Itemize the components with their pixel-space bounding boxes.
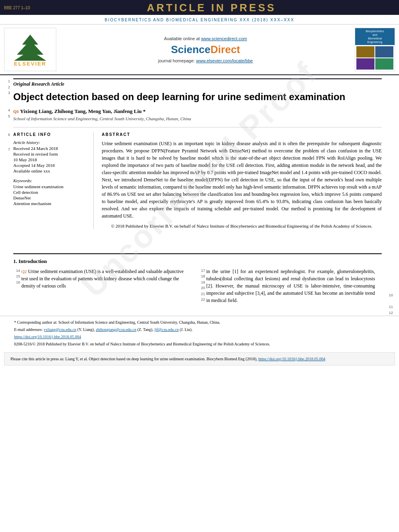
introduction-section: 1. Introduction 14 15 16: [13, 253, 382, 304]
citation-doi-link[interactable]: https://doi.org/10.1016/j.bbe.2018.05.00…: [258, 357, 325, 361]
email2-link[interactable]: zhihongtang@csu.edu.cn: [96, 327, 136, 332]
abstract-column: ABSTRACT Urine sediment examination (USE…: [102, 132, 382, 230]
intro-left-text: Q2 Urine sediment examination (USE) is a…: [21, 268, 190, 304]
email1-name: (Y. Liang),: [77, 327, 95, 332]
spacing-area: [13, 229, 382, 253]
keywords-section: Keywords: Urine sediment examination Cel…: [13, 178, 87, 206]
q2-mark: Q2: [21, 269, 27, 274]
article-info-column: ARTICLE INFO Article history: Received 2…: [13, 132, 94, 230]
main-content: Original Research Article Object detecti…: [11, 75, 388, 316]
footer-notes: * Corresponding author at: School of Inf…: [0, 316, 399, 349]
issn-line: 0208-5216/© 2018 Published by Elsevier B…: [14, 341, 391, 347]
abstract-label: ABSTRACT: [102, 132, 382, 137]
doi-line: https://doi.org/10.1016/j.bbe.2018.05.00…: [14, 334, 391, 340]
citation-box: Please cite this article in press as: Li…: [4, 352, 395, 366]
available-online: Available online xxx: [13, 168, 87, 173]
section-heading: 1. Introduction: [13, 258, 190, 265]
intro-text-columns: 14 15 16 Q2 Urine sediment examination (…: [13, 268, 382, 304]
line-numbers-right-top: 10 11 12: [388, 75, 399, 316]
intro-heading-right: [198, 258, 375, 268]
affiliation: School of Information Science and Engine…: [13, 116, 382, 121]
sciencedirect-url-link[interactable]: www.sciencedirect.com: [201, 36, 247, 41]
email2-name: (Z. Tang),: [138, 327, 154, 332]
cover-img-3: [356, 58, 374, 70]
intro-left-col: 14 15 16 Q2 Urine sediment examination (…: [13, 268, 190, 304]
history-subhead: Article history:: [13, 140, 87, 145]
q1-mark: Q1: [13, 109, 19, 114]
article-in-press-title: ARTICLE IN PRESS: [147, 2, 276, 14]
section-title: Introduction: [19, 258, 47, 264]
email1-link[interactable]: yxliang@csu.edu.cn: [43, 327, 76, 332]
citation-text: Please cite this article in press as: Li…: [10, 357, 257, 361]
homepage-label: journal homepage: www.elsevier.com/locat…: [158, 58, 253, 63]
received-revised-label: Received in revised form: [13, 152, 87, 156]
intro-left-line-nums: 14 15 16: [13, 268, 21, 304]
intro-left-body: Urine sediment examination (USE) is a we…: [21, 269, 184, 289]
keyword-3: DenseNet: [13, 195, 87, 200]
elsevier-tree-icon: [12, 33, 48, 61]
cover-img-1: [356, 46, 374, 58]
line-numbers-left: 1 2 3 4 5 6 7: [0, 75, 11, 316]
article-type: Original Research Article: [13, 78, 382, 87]
journal-center: Available online at www.sciencedirect.co…: [60, 28, 351, 71]
doi-link[interactable]: https://doi.org/10.1016/j.bbe.2018.05.00…: [14, 335, 81, 339]
two-column-section: ARTICLE INFO Article history: Received 2…: [13, 127, 382, 230]
cover-img-2: [375, 46, 393, 58]
article-info-label: ARTICLE INFO: [13, 132, 87, 137]
page: Uncorrected Proof BBE 277 1–10 ARTICLE I…: [0, 0, 399, 532]
accepted-date: Accepted 14 May 2018: [13, 163, 87, 168]
intro-right-body: in the urine [1] for an experienced neph…: [206, 268, 375, 304]
homepage-url-link[interactable]: www.elsevier.com/locate/bbe: [196, 58, 253, 63]
intro-right-line-nums: 17 18 19 20 21 22: [198, 268, 206, 304]
intro-right-col: 17 18 19 20 21 22 in the urine [1] for a…: [198, 268, 375, 304]
journal-subtitle: BIOCYBERNETICS AND BIOMEDICAL ENGINEERIN…: [105, 18, 294, 22]
email3-link[interactable]: ljf@csu.edu.cn: [154, 327, 179, 332]
keyword-2: Cell detection: [13, 190, 87, 195]
cover-images: [355, 45, 395, 71]
authors-text: Yixiong Liang, Zhihong Tang, Meng Yan, J…: [20, 108, 146, 114]
available-online-text: Available online at www.sciencedirect.co…: [164, 36, 247, 41]
abstract-copyright: © 2018 Published by Elsevier B.V. on beh…: [102, 223, 382, 230]
email3-name: (J. Liu).: [180, 327, 193, 332]
intro-heading-row: 1. Introduction: [13, 258, 382, 268]
keyword-1: Urine sediment examination: [13, 184, 87, 189]
keywords-label: Keywords:: [13, 178, 87, 183]
main-content-wrapper: 1 2 3 4 5 6 7 Original Research Article …: [0, 75, 399, 316]
authors-line: Q1 Yixiong Liang, Zhihong Tang, Meng Yan…: [13, 108, 382, 115]
journal-cover: Biocybernetics and Biomedical Engineerin…: [355, 28, 395, 71]
journal-header: ELSEVIER Available online at www.science…: [0, 25, 399, 75]
received-date1: Received 24 March 2018: [13, 146, 87, 151]
abstract-body: Urine sediment examination (USE) is an i…: [102, 140, 382, 220]
intro-heading-left: 1. Introduction: [13, 258, 190, 268]
article-title: Object detection based on deep learning …: [13, 90, 382, 103]
section-num: 1.: [13, 258, 17, 264]
cover-img-4: [375, 58, 393, 70]
keyword-4: Attention mechanism: [13, 201, 87, 206]
elsevier-wordmark: ELSEVIER: [14, 61, 46, 67]
received-revised-date: 10 May 2018: [13, 157, 87, 162]
elsevier-logo: ELSEVIER: [4, 28, 56, 71]
journal-ref: BBE 277 1–10: [4, 6, 30, 10]
sciencedirect-logo: ScienceDirect: [171, 43, 240, 56]
corresponding-note: * Corresponding author at: School of Inf…: [14, 319, 391, 326]
email-line: E-mail addresses: yxliang@csu.edu.cn (Y.…: [14, 327, 391, 333]
cover-title: Biocybernetics and Biomedical Engineerin…: [355, 28, 395, 45]
